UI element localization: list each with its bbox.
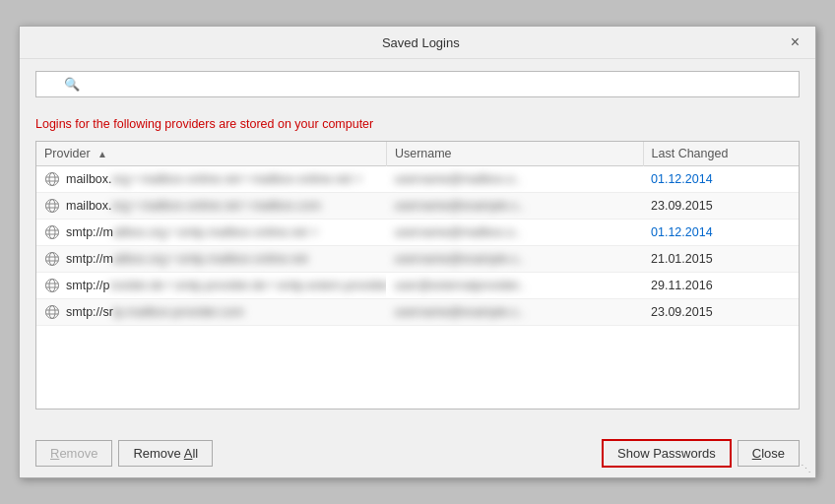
provider-name: smtp://provider.de • smtp.provider.de • … [66, 279, 386, 292]
username-cell: username@example.c.. [386, 246, 643, 273]
provider-cell: smtp://provider.de • smtp.provider.de • … [36, 273, 386, 299]
date-cell: 21.01.2015 [643, 246, 799, 273]
date-cell: 01.12.2014 [643, 220, 799, 246]
svg-point-9 [49, 226, 55, 239]
dialog-title: Saved Logins [55, 35, 787, 50]
provider-cell: mailbox.org • mailbox-online.net • mailb… [36, 166, 386, 193]
svg-point-0 [46, 173, 59, 186]
username-cell: user@externalprovider.. [386, 273, 643, 299]
remove-button[interactable]: Remove [35, 440, 112, 467]
footer-left: Remove Remove All [35, 440, 213, 467]
logins-table-container: Provider ▲ Username Last Changed [35, 141, 800, 410]
username-cell: username@example.c.. [386, 299, 643, 326]
svg-point-1 [49, 173, 55, 186]
provider-name: mailbox.org • mailbox-online.net • mailb… [66, 199, 321, 213]
svg-point-17 [49, 280, 55, 292]
username-cell: username@mailbox.o.. [386, 166, 643, 193]
remove-all-button[interactable]: Remove All [118, 440, 213, 467]
sort-arrow-icon: ▲ [97, 149, 107, 159]
provider-name: smtp://mailbox.org • smtp.mailbox-online… [66, 225, 318, 239]
svg-point-5 [49, 200, 55, 213]
date-cell: 23.09.2015 [643, 193, 799, 220]
globe-icon [44, 278, 60, 293]
svg-point-13 [49, 253, 55, 266]
column-header-username[interactable]: Username [386, 142, 643, 166]
date-cell: 01.12.2014 [643, 166, 799, 193]
table-row[interactable]: smtp://provider.de • smtp.provider.de • … [36, 273, 799, 299]
close-button[interactable]: Close [738, 440, 800, 467]
svg-point-20 [46, 306, 59, 319]
globe-icon [44, 171, 60, 187]
footer-right: Show Passwords Close [602, 439, 800, 468]
date-cell: 23.09.2015 [643, 299, 799, 326]
provider-cell: smtp://mailbox.org • smtp.mailbox-online… [36, 220, 386, 246]
globe-icon [44, 224, 60, 240]
username-cell: username@mailbox.o.. [386, 220, 643, 246]
table-body: mailbox.org • mailbox-online.net • mailb… [36, 166, 799, 326]
table-row[interactable]: mailbox.org • mailbox-online.net • mailb… [36, 166, 799, 193]
table-header-row: Provider ▲ Username Last Changed [36, 142, 799, 166]
footer: Remove Remove All Show Passwords Close [20, 433, 815, 477]
svg-point-16 [46, 280, 59, 292]
provider-name: mailbox.org • mailbox-online.net • mailb… [66, 172, 362, 186]
saved-logins-dialog: Saved Logins × 🔍 Logins for the followin… [19, 26, 816, 478]
highlight-text: your computer [294, 117, 373, 131]
logins-table: Provider ▲ Username Last Changed [36, 142, 799, 326]
column-header-provider[interactable]: Provider ▲ [36, 142, 386, 166]
table-row[interactable]: smtp://mailbox.org • smtp.mailbox-online… [36, 246, 799, 273]
globe-icon [44, 198, 60, 214]
dialog-body: 🔍 Logins for the following providers are… [20, 59, 815, 433]
table-row[interactable]: mailbox.org • mailbox-online.net • mailb… [36, 193, 799, 220]
search-wrapper: 🔍 [35, 71, 800, 107]
svg-point-4 [46, 200, 59, 213]
svg-point-21 [49, 306, 55, 319]
provider-cell: smtp://mailbox.org • smtp.mailbox-online… [36, 246, 386, 273]
username-cell: username@example.c.. [386, 193, 643, 220]
svg-point-8 [46, 226, 59, 239]
provider-name: smtp://srtp.mailbox-provider.com [66, 305, 244, 319]
search-input[interactable] [35, 71, 800, 97]
globe-icon [44, 251, 60, 267]
globe-icon [44, 304, 60, 320]
show-passwords-button[interactable]: Show Passwords [602, 439, 732, 468]
provider-name: smtp://mailbox.org • smtp.mailbox-online… [66, 252, 307, 266]
svg-point-12 [46, 253, 59, 266]
provider-cell: smtp://srtp.mailbox-provider.com [36, 299, 386, 326]
close-icon[interactable]: × [787, 34, 803, 50]
info-text: Logins for the following providers are s… [35, 117, 800, 131]
title-bar: Saved Logins × [20, 27, 815, 59]
table-row[interactable]: smtp://mailbox.org • smtp.mailbox-online… [36, 220, 799, 246]
column-header-lastchanged[interactable]: Last Changed [643, 142, 799, 166]
resize-handle-icon[interactable]: ⋱ [801, 463, 811, 475]
provider-cell: mailbox.org • mailbox-online.net • mailb… [36, 193, 386, 220]
date-cell: 29.11.2016 [643, 273, 799, 299]
table-row[interactable]: smtp://srtp.mailbox-provider.com usernam… [36, 299, 799, 326]
